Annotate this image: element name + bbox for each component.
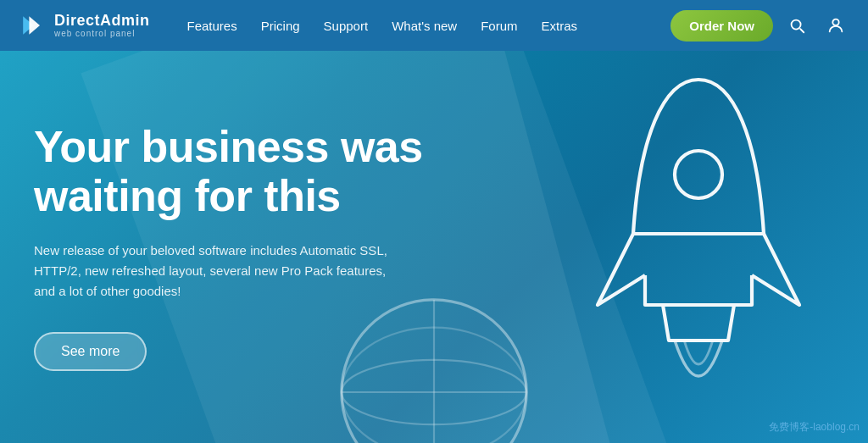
- search-icon: [787, 16, 806, 35]
- svg-point-2: [832, 19, 838, 25]
- hero-content: Your business was waiting for this New r…: [34, 123, 475, 370]
- main-nav: Features Pricing Support What's new Foru…: [175, 0, 671, 51]
- nav-extras[interactable]: Extras: [530, 0, 590, 51]
- header-actions: Order Now: [670, 10, 851, 42]
- nav-support[interactable]: Support: [312, 0, 381, 51]
- nav-pricing[interactable]: Pricing: [249, 0, 312, 51]
- watermark: 免费博客-laoblog.cn: [769, 420, 860, 435]
- logo-tagline: web control panel: [54, 29, 150, 38]
- hero-subtitle: New release of your beloved software inc…: [34, 241, 390, 302]
- rocket-illustration: [580, 68, 817, 443]
- user-icon: [826, 16, 845, 35]
- order-now-button[interactable]: Order Now: [670, 10, 773, 42]
- logo[interactable]: DirectAdmin web control panel: [17, 10, 150, 41]
- nav-forum[interactable]: Forum: [469, 0, 529, 51]
- svg-marker-1: [29, 16, 40, 35]
- user-button[interactable]: [821, 10, 851, 41]
- main-header: DirectAdmin web control panel Features P…: [0, 0, 868, 51]
- see-more-button[interactable]: See more: [34, 332, 147, 371]
- svg-point-3: [675, 151, 722, 198]
- hero-title: Your business was waiting for this: [34, 123, 475, 219]
- logo-brand: DirectAdmin: [54, 13, 150, 30]
- logo-icon: [17, 10, 47, 41]
- nav-whats-new[interactable]: What's new: [380, 0, 469, 51]
- hero-section: Your business was waiting for this New r…: [0, 51, 868, 443]
- nav-features[interactable]: Features: [175, 0, 249, 51]
- search-button[interactable]: [782, 10, 812, 41]
